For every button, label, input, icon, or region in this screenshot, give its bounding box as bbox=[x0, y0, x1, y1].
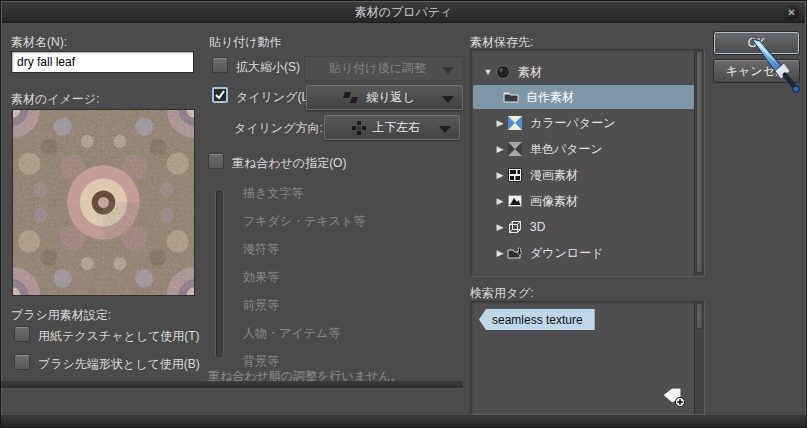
color-pattern-icon bbox=[507, 115, 523, 131]
materials-root-icon bbox=[495, 64, 511, 80]
dropdown-arrow-icon bbox=[439, 126, 451, 133]
tags-scrollbar-thumb[interactable] bbox=[696, 303, 703, 329]
tiling-label: タイリング(L) bbox=[236, 89, 312, 106]
tree-item-3d[interactable]: ▶ 3D bbox=[473, 215, 695, 239]
pen-sword-cursor-icon bbox=[749, 37, 801, 97]
seamless-texture-image bbox=[13, 110, 194, 295]
tree-scrollbar-thumb[interactable] bbox=[696, 51, 703, 273]
close-icon[interactable]: ✕ bbox=[784, 5, 799, 20]
tags-scrollbar[interactable] bbox=[694, 302, 704, 414]
tiling-direction-label: タイリング方向: bbox=[234, 120, 323, 137]
tree-item-label: 素材 bbox=[518, 64, 542, 81]
material-properties-dialog: 素材のプロパティ ✕ 素材名(N): 素材のイメージ: bbox=[0, 0, 807, 428]
dropdown-arrow-icon bbox=[442, 67, 454, 74]
overlay-item: 漫符等 bbox=[243, 241, 279, 258]
tiling-direction-dropdown[interactable]: 上下左右 bbox=[324, 115, 460, 140]
tree-item-download[interactable]: ▶ ダウンロード bbox=[473, 241, 695, 265]
tree-item-label: 漫画素材 bbox=[530, 167, 578, 184]
image-materials-icon bbox=[507, 193, 523, 209]
folder-icon bbox=[503, 89, 519, 105]
tree-item-label: 3D bbox=[530, 220, 545, 234]
overlay-order-label: 重ね合わせの指定(O) bbox=[232, 155, 346, 172]
scale-label: 拡大縮小(S) bbox=[236, 59, 300, 76]
save-destination-tree[interactable]: ▼ 素材 自作素材 ▶ カラーパターン ▶ bbox=[470, 49, 705, 277]
material-name-label: 素材名(N): bbox=[11, 34, 67, 51]
material-image-preview bbox=[12, 109, 195, 296]
bottom-groove bbox=[1, 381, 463, 389]
overlay-order-checkbox[interactable] bbox=[208, 153, 224, 169]
dialog-title: 素材のプロパティ bbox=[355, 4, 453, 21]
collapse-arrow-icon[interactable]: ▶ bbox=[493, 248, 507, 258]
collapse-arrow-icon[interactable]: ▶ bbox=[493, 144, 507, 154]
tiling-direction-value: 上下左右 bbox=[373, 119, 421, 136]
paste-behavior-header: 貼り付け動作 bbox=[209, 34, 282, 51]
tree-item-color-pattern[interactable]: ▶ カラーパターン bbox=[473, 111, 695, 135]
tiling-checkbox[interactable] bbox=[212, 87, 228, 103]
material-name-input[interactable] bbox=[11, 51, 194, 73]
tag-chip[interactable]: seamless texture bbox=[479, 309, 595, 330]
brush-tip-label: ブラシ先端形状として使用(B) bbox=[38, 356, 200, 373]
overlay-item: 描き文字等 bbox=[243, 185, 303, 202]
overlay-item: 前景等 bbox=[243, 297, 279, 314]
paper-texture-checkbox[interactable] bbox=[14, 326, 30, 342]
overlay-item: 効果等 bbox=[243, 269, 279, 286]
mono-pattern-icon bbox=[507, 141, 523, 157]
collapse-arrow-icon[interactable]: ▶ bbox=[493, 170, 507, 180]
tree-item-manga-materials[interactable]: ▶ 漫画素材 bbox=[473, 163, 695, 187]
search-tags-label: 検索用タグ: bbox=[470, 285, 534, 302]
dropdown-arrow-icon bbox=[442, 96, 454, 103]
tree-item-label: 単色パターン bbox=[530, 141, 603, 158]
check-icon bbox=[214, 89, 226, 101]
overlay-item: 人物・アイテム等 bbox=[243, 325, 340, 342]
tree-item-image-materials[interactable]: ▶ 画像素材 bbox=[473, 189, 695, 213]
tag-chip-label: seamless texture bbox=[492, 313, 583, 327]
brush-settings-header: ブラシ用素材設定: bbox=[11, 307, 111, 324]
download-folder-icon bbox=[507, 245, 523, 261]
tree-item-label: カラーパターン bbox=[530, 115, 615, 132]
overlay-order-slider bbox=[215, 189, 224, 359]
collapse-arrow-icon[interactable]: ▶ bbox=[493, 118, 507, 128]
collapse-arrow-icon[interactable]: ▶ bbox=[493, 222, 507, 232]
tree-scrollbar[interactable] bbox=[694, 50, 704, 276]
paper-texture-label: 用紙テクスチャとして使用(T) bbox=[38, 328, 200, 345]
cube-3d-icon bbox=[507, 219, 523, 235]
material-image-label: 素材のイメージ: bbox=[11, 91, 99, 108]
title-bar[interactable]: 素材のプロパティ ✕ bbox=[2, 2, 805, 23]
manga-materials-icon bbox=[507, 167, 523, 183]
scale-checkbox[interactable] bbox=[212, 57, 228, 73]
tree-item-label: 自作素材 bbox=[526, 89, 574, 106]
adjust-after-paste-dropdown: 貼り付け後に調整 bbox=[304, 56, 463, 81]
add-tag-icon[interactable] bbox=[661, 386, 686, 408]
tree-item-my-materials[interactable]: 自作素材 bbox=[473, 85, 695, 109]
tree-item-materials-root[interactable]: ▼ 素材 bbox=[473, 60, 695, 84]
brush-tip-checkbox[interactable] bbox=[14, 354, 30, 370]
expand-arrow-icon[interactable]: ▼ bbox=[481, 67, 495, 77]
four-directions-icon bbox=[352, 121, 366, 135]
overlay-item: フキダシ・テキスト等 bbox=[243, 213, 365, 230]
repeat-icon bbox=[342, 91, 359, 104]
tiling-mode-value: 繰り返し bbox=[366, 89, 415, 106]
collapse-arrow-icon[interactable]: ▶ bbox=[493, 196, 507, 206]
tiling-mode-dropdown[interactable]: 繰り返し bbox=[306, 85, 463, 110]
tree-item-label: ダウンロード bbox=[530, 245, 603, 262]
adjust-after-paste-value: 貼り付け後に調整 bbox=[329, 60, 426, 77]
window-bottom-edge bbox=[1, 415, 806, 427]
tree-item-mono-pattern[interactable]: ▶ 単色パターン bbox=[473, 137, 695, 161]
tree-item-label: 画像素材 bbox=[530, 193, 578, 210]
search-tags-box[interactable]: seamless texture bbox=[470, 301, 705, 415]
